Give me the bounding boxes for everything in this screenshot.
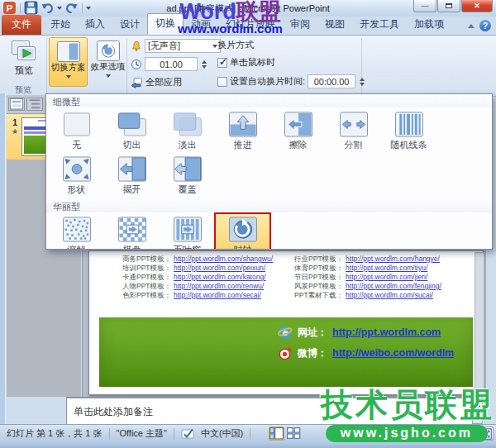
transition-scheme-caret-icon (66, 75, 71, 79)
ribbon-tab-developer[interactable]: 开发工具 (352, 15, 407, 35)
ribbon-tab-review[interactable]: 审阅 (283, 15, 317, 35)
auto-advance-time-input[interactable]: 00:00.00 (308, 74, 355, 88)
duration-input[interactable]: 01.00 (145, 57, 198, 71)
transition-item-cut[interactable]: 切出 (104, 108, 160, 153)
undo-button[interactable] (41, 2, 55, 14)
collapse-ribbon-icon[interactable] (468, 24, 475, 28)
slides-tab[interactable] (8, 98, 25, 111)
push-transition-icon (227, 111, 260, 138)
template-link-url[interactable]: http://ppt.wordlm.com/fengjing/ (346, 282, 441, 291)
transition-item-dissolve[interactable]: 溶解 (49, 213, 104, 250)
redo-button[interactable] (64, 2, 79, 14)
advance-group-title: 换片方式 (217, 39, 254, 51)
ribbon-tab-view[interactable]: 视图 (317, 15, 352, 35)
ribbon-tab-home[interactable]: 开始 (43, 15, 78, 35)
internet-explorer-icon: e (278, 325, 293, 340)
transition-item-none[interactable]: 无 (49, 108, 104, 153)
theme-name[interactable]: "Office 主题" (110, 427, 174, 440)
scroll-down-button[interactable] (472, 412, 483, 424)
restore-button[interactable] (437, 0, 460, 12)
window-frame-bottom (0, 442, 496, 448)
transition-item-shape[interactable]: 形状 (49, 153, 104, 198)
vertical-scrollbar[interactable] (475, 252, 484, 394)
template-link-label: 商务PPT模板： (122, 255, 171, 264)
transition-item-label: 形状 (68, 183, 86, 196)
template-link-url[interactable]: http://ppt.wordlm.com/tiyu/ (346, 264, 427, 273)
template-link-url[interactable]: http://ppt.wordlm.com/hangye/ (346, 255, 440, 264)
transition-item-clock[interactable]: 时钟 (215, 213, 270, 250)
slide-sorter-view-button[interactable] (286, 427, 302, 441)
language-indicator[interactable]: 中文(中国) (199, 427, 250, 440)
template-link-url[interactable]: http://ppt.wordlm.com/renwu/ (174, 282, 264, 291)
transition-item-fade[interactable]: 淡出 (160, 108, 215, 153)
slide-links-block: 商务PPT模板：http://ppt.wordlm.com/shangwu/培训… (89, 251, 483, 300)
site-label: 网址： (298, 326, 327, 340)
fit-to-window-button[interactable] (479, 427, 494, 441)
transition-item-blinds[interactable]: 百叶窗 (160, 213, 215, 250)
template-link-url[interactable]: http://ppt.wordlm.com/shangwu/ (174, 255, 273, 264)
transition-item-wipe[interactable]: 擦除 (270, 108, 326, 153)
undo-dropdown-caret-icon[interactable] (57, 7, 62, 10)
ribbon-tab-addins[interactable]: 加载项 (407, 15, 451, 35)
notes-pane[interactable]: 单击此处添加备注 (66, 397, 484, 424)
template-link-url[interactable]: http://ppt.wordlm.com/sucai/ (346, 291, 433, 300)
transition-item-cover[interactable]: 覆盖 (160, 153, 215, 198)
transition-gallery-popup: 细微型无切出淡出推进擦除分割随机线条形状揭开覆盖华丽型溶解棋盘百叶窗时钟 (45, 93, 493, 250)
transition-item-label: 溶解 (68, 244, 86, 250)
effect-options-button[interactable]: 效果选项 (90, 37, 126, 87)
preview-button-label: 预览 (15, 64, 33, 77)
transition-item-split[interactable]: 分割 (326, 108, 381, 153)
on-mouse-click-checkbox[interactable]: 单击鼠标时 (217, 56, 275, 69)
template-link-row: 卡通PPT模板：http://ppt.wordlm.com/katong/ (122, 273, 273, 282)
outline-tab[interactable] (26, 98, 43, 111)
transition-item-uncover[interactable]: 揭开 (104, 153, 160, 198)
preview-button[interactable]: 预览 (5, 38, 43, 77)
template-link-url[interactable]: http://ppt.wordlm.com/peixun/ (174, 264, 265, 273)
transition-item-label: 切出 (123, 139, 141, 151)
transition-star-icon[interactable]: ★ (8, 127, 21, 136)
auto-advance-checkbox[interactable]: 设置自动换片时间: 00:00.00 (217, 74, 365, 88)
apply-all-button[interactable]: 全部应用 (131, 76, 182, 88)
spellcheck-icon[interactable] (181, 427, 196, 440)
transition-item-push[interactable]: 推进 (215, 108, 270, 153)
sound-select[interactable]: [无声音] (145, 39, 221, 53)
close-button[interactable]: ✕ (461, 0, 493, 12)
normal-view-button[interactable] (269, 427, 284, 441)
duration-spinner[interactable] (202, 60, 207, 69)
transition-item-checkerboard[interactable]: 棋盘 (104, 213, 160, 250)
ribbon-tab-design[interactable]: 设计 (112, 15, 147, 35)
shape-transition-icon (60, 155, 93, 183)
transition-item-label: 擦除 (289, 139, 308, 151)
ribbon-tab-transitions[interactable]: 切换 (147, 13, 184, 35)
auto-advance-spinner[interactable] (360, 78, 365, 86)
template-link-url[interactable]: http://ppt.wordlm.com/jieri/ (346, 273, 427, 282)
template-link-url[interactable]: http://ppt.wordlm.com/secai/ (174, 291, 261, 300)
help-button[interactable]: ? (479, 20, 491, 31)
save-button[interactable] (24, 2, 38, 14)
links-column-right: 行业PPT模板：http://ppt.wordlm.com/hangye/体育P… (294, 255, 441, 300)
slide-canvas[interactable]: 商务PPT模板：http://ppt.wordlm.com/shangwu/培训… (88, 250, 484, 395)
site-link[interactable]: http://ppt.wordlm.com (332, 326, 441, 338)
template-link-url[interactable]: http://ppt.wordlm.com/katong/ (174, 273, 266, 282)
transition-item-label: 百叶窗 (174, 244, 201, 250)
scroll-up-button[interactable] (472, 399, 483, 411)
gallery-row: 溶解棋盘百叶窗时钟 (46, 212, 492, 250)
customize-qat-caret-icon[interactable] (86, 7, 91, 10)
cut-transition-icon (116, 111, 149, 138)
transition-item-random-bars[interactable]: 随机线条 (381, 108, 436, 153)
ribbon-tab-animations[interactable]: 动画 (184, 15, 218, 35)
powerpoint-logo-icon[interactable]: P (2, 2, 17, 14)
minimize-button[interactable]: — (413, 0, 436, 12)
ribbon-tab-insert[interactable]: 插入 (78, 15, 112, 35)
ribbon-tab-file[interactable]: 文件 (2, 15, 41, 35)
qat-separator (20, 3, 21, 13)
effect-options-caret-icon (106, 74, 111, 78)
ribbon-tab-slideshow[interactable]: 幻灯片放映 (218, 15, 283, 35)
transition-scheme-button[interactable]: 切换方案 (49, 37, 88, 87)
effect-options-label: 效果选项 (91, 61, 126, 73)
apply-all-icon (131, 77, 143, 88)
weibo-link[interactable]: http://weibo.com/wordlm (332, 347, 454, 359)
clock-transition-icon (227, 216, 260, 243)
template-link-label: PPT素材下载： (294, 291, 343, 300)
template-link-label: 人物PPT模板： (122, 282, 171, 291)
